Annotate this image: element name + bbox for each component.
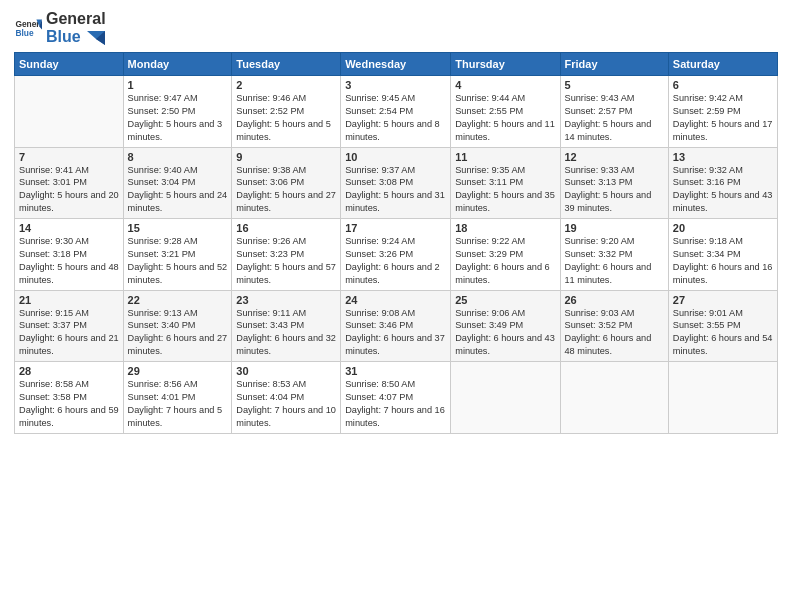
calendar-week-row: 14 Sunrise: 9:30 AM Sunset: 3:18 PM Dayl… [15, 219, 778, 291]
calendar-cell: 1 Sunrise: 9:47 AM Sunset: 2:50 PM Dayli… [123, 76, 232, 148]
day-number: 17 [345, 222, 446, 234]
day-number: 15 [128, 222, 228, 234]
weekday-header: Tuesday [232, 53, 341, 76]
day-number: 27 [673, 294, 773, 306]
calendar-header-row: SundayMondayTuesdayWednesdayThursdayFrid… [15, 53, 778, 76]
calendar-cell: 5 Sunrise: 9:43 AM Sunset: 2:57 PM Dayli… [560, 76, 668, 148]
day-number: 16 [236, 222, 336, 234]
weekday-header: Wednesday [341, 53, 451, 76]
day-number: 2 [236, 79, 336, 91]
day-info: Sunrise: 9:24 AM Sunset: 3:26 PM Dayligh… [345, 235, 446, 287]
day-info: Sunrise: 9:26 AM Sunset: 3:23 PM Dayligh… [236, 235, 336, 287]
calendar-cell: 20 Sunrise: 9:18 AM Sunset: 3:34 PM Dayl… [668, 219, 777, 291]
calendar-cell: 30 Sunrise: 8:53 AM Sunset: 4:04 PM Dayl… [232, 362, 341, 434]
day-info: Sunrise: 9:11 AM Sunset: 3:43 PM Dayligh… [236, 307, 336, 359]
day-number: 24 [345, 294, 446, 306]
calendar-cell: 31 Sunrise: 8:50 AM Sunset: 4:07 PM Dayl… [341, 362, 451, 434]
day-info: Sunrise: 9:43 AM Sunset: 2:57 PM Dayligh… [565, 92, 664, 144]
page-container: General Blue General Blue [0, 0, 792, 442]
day-number: 1 [128, 79, 228, 91]
calendar-week-row: 28 Sunrise: 8:58 AM Sunset: 3:58 PM Dayl… [15, 362, 778, 434]
day-number: 14 [19, 222, 119, 234]
calendar-cell: 28 Sunrise: 8:58 AM Sunset: 3:58 PM Dayl… [15, 362, 124, 434]
day-info: Sunrise: 9:41 AM Sunset: 3:01 PM Dayligh… [19, 164, 119, 216]
day-number: 23 [236, 294, 336, 306]
calendar-cell [560, 362, 668, 434]
calendar-cell: 11 Sunrise: 9:35 AM Sunset: 3:11 PM Dayl… [451, 147, 560, 219]
day-info: Sunrise: 9:45 AM Sunset: 2:54 PM Dayligh… [345, 92, 446, 144]
day-info: Sunrise: 9:28 AM Sunset: 3:21 PM Dayligh… [128, 235, 228, 287]
day-info: Sunrise: 9:32 AM Sunset: 3:16 PM Dayligh… [673, 164, 773, 216]
weekday-header: Thursday [451, 53, 560, 76]
day-number: 20 [673, 222, 773, 234]
calendar-cell: 25 Sunrise: 9:06 AM Sunset: 3:49 PM Dayl… [451, 290, 560, 362]
calendar-cell: 17 Sunrise: 9:24 AM Sunset: 3:26 PM Dayl… [341, 219, 451, 291]
calendar-cell [15, 76, 124, 148]
calendar-cell: 12 Sunrise: 9:33 AM Sunset: 3:13 PM Dayl… [560, 147, 668, 219]
day-number: 26 [565, 294, 664, 306]
calendar-cell: 8 Sunrise: 9:40 AM Sunset: 3:04 PM Dayli… [123, 147, 232, 219]
day-number: 5 [565, 79, 664, 91]
day-number: 22 [128, 294, 228, 306]
day-info: Sunrise: 8:56 AM Sunset: 4:01 PM Dayligh… [128, 378, 228, 430]
day-info: Sunrise: 9:33 AM Sunset: 3:13 PM Dayligh… [565, 164, 664, 216]
day-info: Sunrise: 9:08 AM Sunset: 3:46 PM Dayligh… [345, 307, 446, 359]
day-info: Sunrise: 9:42 AM Sunset: 2:59 PM Dayligh… [673, 92, 773, 144]
calendar-cell: 14 Sunrise: 9:30 AM Sunset: 3:18 PM Dayl… [15, 219, 124, 291]
day-info: Sunrise: 9:18 AM Sunset: 3:34 PM Dayligh… [673, 235, 773, 287]
calendar-cell: 18 Sunrise: 9:22 AM Sunset: 3:29 PM Dayl… [451, 219, 560, 291]
day-info: Sunrise: 9:15 AM Sunset: 3:37 PM Dayligh… [19, 307, 119, 359]
day-info: Sunrise: 9:38 AM Sunset: 3:06 PM Dayligh… [236, 164, 336, 216]
logo-chevron-icon [87, 31, 105, 45]
weekday-header: Saturday [668, 53, 777, 76]
day-number: 29 [128, 365, 228, 377]
day-number: 28 [19, 365, 119, 377]
logo-blue-text: Blue [46, 28, 81, 45]
weekday-header: Monday [123, 53, 232, 76]
day-info: Sunrise: 8:53 AM Sunset: 4:04 PM Dayligh… [236, 378, 336, 430]
day-number: 21 [19, 294, 119, 306]
day-info: Sunrise: 9:06 AM Sunset: 3:49 PM Dayligh… [455, 307, 555, 359]
day-info: Sunrise: 9:13 AM Sunset: 3:40 PM Dayligh… [128, 307, 228, 359]
logo-general-text: General [46, 10, 106, 28]
weekday-header: Friday [560, 53, 668, 76]
day-number: 8 [128, 151, 228, 163]
day-info: Sunrise: 9:20 AM Sunset: 3:32 PM Dayligh… [565, 235, 664, 287]
day-number: 18 [455, 222, 555, 234]
day-number: 12 [565, 151, 664, 163]
day-info: Sunrise: 9:47 AM Sunset: 2:50 PM Dayligh… [128, 92, 228, 144]
calendar-cell: 24 Sunrise: 9:08 AM Sunset: 3:46 PM Dayl… [341, 290, 451, 362]
calendar-cell: 26 Sunrise: 9:03 AM Sunset: 3:52 PM Dayl… [560, 290, 668, 362]
calendar-table: SundayMondayTuesdayWednesdayThursdayFrid… [14, 52, 778, 434]
calendar-cell: 21 Sunrise: 9:15 AM Sunset: 3:37 PM Dayl… [15, 290, 124, 362]
day-number: 3 [345, 79, 446, 91]
calendar-cell: 23 Sunrise: 9:11 AM Sunset: 3:43 PM Dayl… [232, 290, 341, 362]
calendar-cell: 29 Sunrise: 8:56 AM Sunset: 4:01 PM Dayl… [123, 362, 232, 434]
calendar-week-row: 21 Sunrise: 9:15 AM Sunset: 3:37 PM Dayl… [15, 290, 778, 362]
calendar-cell: 2 Sunrise: 9:46 AM Sunset: 2:52 PM Dayli… [232, 76, 341, 148]
calendar-cell: 22 Sunrise: 9:13 AM Sunset: 3:40 PM Dayl… [123, 290, 232, 362]
calendar-cell: 3 Sunrise: 9:45 AM Sunset: 2:54 PM Dayli… [341, 76, 451, 148]
day-info: Sunrise: 9:22 AM Sunset: 3:29 PM Dayligh… [455, 235, 555, 287]
day-number: 13 [673, 151, 773, 163]
header-area: General Blue General Blue [14, 10, 778, 46]
day-info: Sunrise: 9:44 AM Sunset: 2:55 PM Dayligh… [455, 92, 555, 144]
calendar-cell: 27 Sunrise: 9:01 AM Sunset: 3:55 PM Dayl… [668, 290, 777, 362]
day-info: Sunrise: 9:37 AM Sunset: 3:08 PM Dayligh… [345, 164, 446, 216]
day-info: Sunrise: 9:40 AM Sunset: 3:04 PM Dayligh… [128, 164, 228, 216]
day-info: Sunrise: 9:03 AM Sunset: 3:52 PM Dayligh… [565, 307, 664, 359]
day-number: 10 [345, 151, 446, 163]
calendar-cell: 7 Sunrise: 9:41 AM Sunset: 3:01 PM Dayli… [15, 147, 124, 219]
calendar-cell: 13 Sunrise: 9:32 AM Sunset: 3:16 PM Dayl… [668, 147, 777, 219]
day-number: 9 [236, 151, 336, 163]
day-number: 25 [455, 294, 555, 306]
calendar-week-row: 1 Sunrise: 9:47 AM Sunset: 2:50 PM Dayli… [15, 76, 778, 148]
calendar-cell: 6 Sunrise: 9:42 AM Sunset: 2:59 PM Dayli… [668, 76, 777, 148]
calendar-cell: 16 Sunrise: 9:26 AM Sunset: 3:23 PM Dayl… [232, 219, 341, 291]
day-info: Sunrise: 9:35 AM Sunset: 3:11 PM Dayligh… [455, 164, 555, 216]
day-number: 19 [565, 222, 664, 234]
day-number: 4 [455, 79, 555, 91]
calendar-cell: 10 Sunrise: 9:37 AM Sunset: 3:08 PM Dayl… [341, 147, 451, 219]
day-number: 30 [236, 365, 336, 377]
day-number: 6 [673, 79, 773, 91]
